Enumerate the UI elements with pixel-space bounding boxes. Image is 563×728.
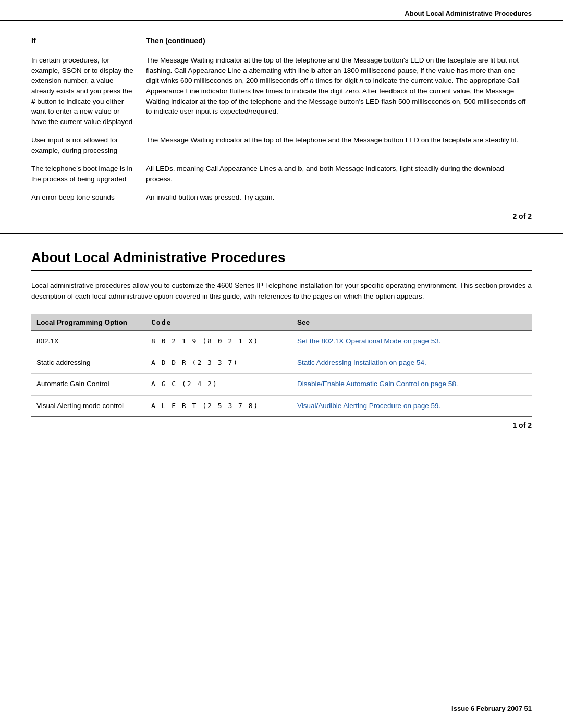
table-header-row: Local Programming Option Code See (31, 314, 532, 330)
page-footer: Issue 6 February 2007 51 (451, 705, 532, 712)
see-link[interactable]: Visual/Audible Alerting Procedure on pag… (297, 402, 440, 410)
table-row: In certain procedures, for example, SSON… (31, 51, 532, 131)
then-cell: All LEDs, meaning Call Appearance Lines … (146, 159, 532, 188)
then-cell: The Message Waiting indicator at the top… (146, 51, 532, 131)
then-column-header: Then (continued) (146, 31, 532, 51)
table-row: An error beep tone sounds An invalid but… (31, 188, 532, 207)
if-cell: In certain procedures, for example, SSON… (31, 51, 146, 131)
table-row: Automatic Gain Control A G C (2 4 2) Dis… (31, 374, 532, 395)
option-cell: Static addressing (31, 352, 146, 374)
option-cell: 802.1X (31, 330, 146, 352)
see-cell: Set the 802.1X Operational Mode on page … (292, 330, 532, 352)
see-cell: Static Addressing Installation on page 5… (292, 352, 532, 374)
table-row: Visual Alerting mode control A L E R T (… (31, 395, 532, 416)
see-link[interactable]: Static Addressing Installation on page 5… (297, 359, 426, 366)
if-column-header: If (31, 31, 146, 51)
table-row: Static addressing A D D R (2 3 3 7) Stat… (31, 352, 532, 374)
if-cell: User input is not allowed for example, d… (31, 131, 146, 159)
upper-page-indicator: 2 of 2 (31, 207, 532, 228)
see-cell: Visual/Audible Alerting Procedure on pag… (292, 395, 532, 416)
option-cell: Visual Alerting mode control (31, 395, 146, 416)
see-link[interactable]: Set the 802.1X Operational Mode on page … (297, 337, 440, 345)
table-row: User input is not allowed for example, d… (31, 131, 532, 159)
table-row: The telephone's boot image is in the pro… (31, 159, 532, 188)
see-link[interactable]: Disable/Enable Automatic Gain Control on… (297, 380, 458, 388)
upper-section: If Then (continued) In certain procedure… (0, 21, 563, 234)
main-section: About Local Administrative Procedures Lo… (0, 234, 563, 442)
section-title: About Local Administrative Procedures (31, 250, 532, 271)
section-intro: Local administrative procedures allow yo… (31, 280, 532, 302)
table-row: 802.1X 8 0 2 1 9 (8 0 2 1 X) Set the 802… (31, 330, 532, 352)
col-header-see: See (292, 314, 532, 330)
code-cell: A D D R (2 3 3 7) (146, 352, 292, 374)
page-header: About Local Administrative Procedures (0, 0, 563, 21)
code-cell: A L E R T (2 5 3 7 8) (146, 395, 292, 416)
header-title: About Local Administrative Procedures (405, 9, 532, 17)
if-cell: The telephone's boot image is in the pro… (31, 159, 146, 188)
code-cell: 8 0 2 1 9 (8 0 2 1 X) (146, 330, 292, 352)
options-table-footer: 1 of 2 (31, 416, 532, 431)
col-header-code: Code (146, 314, 292, 330)
then-cell: An invalid button was pressed. Try again… (146, 188, 532, 207)
then-cell: The Message Waiting indicator at the top… (146, 131, 532, 159)
options-table: Local Programming Option Code See 802.1X… (31, 314, 532, 416)
option-cell: Automatic Gain Control (31, 374, 146, 395)
col-header-option: Local Programming Option (31, 314, 146, 330)
if-cell: An error beep tone sounds (31, 188, 146, 207)
see-cell: Disable/Enable Automatic Gain Control on… (292, 374, 532, 395)
code-cell: A G C (2 4 2) (146, 374, 292, 395)
page-container: About Local Administrative Procedures If… (0, 0, 563, 728)
if-then-table: If Then (continued) In certain procedure… (31, 31, 532, 207)
